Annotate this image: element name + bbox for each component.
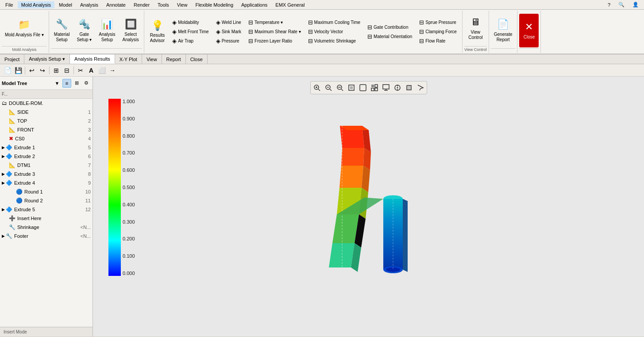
tree-item-cs0[interactable]: ✖ CS0 4 <box>0 134 93 143</box>
menu-annotate[interactable]: Annotate <box>103 1 129 8</box>
generate-report-button[interactable]: 📄 GenerateReport <box>491 14 516 47</box>
temperature-button[interactable]: ⊟Temperature ▾ <box>246 18 303 27</box>
reorient-button[interactable] <box>392 82 403 93</box>
menu-render[interactable]: Render <box>130 1 153 8</box>
box-button[interactable]: ⬜ <box>97 66 107 75</box>
named-views-button[interactable] <box>381 82 391 93</box>
frozen-layer-ratio-button[interactable]: ⊟Frozen Layer Ratio <box>246 37 303 46</box>
material-orientation-button[interactable]: ⊟Material Orientation <box>365 32 415 41</box>
pressure-button[interactable]: ◈Pressure <box>213 37 244 46</box>
text-button[interactable]: A <box>86 66 96 75</box>
menu-tools[interactable]: Tools <box>154 1 173 8</box>
flow-rate-button[interactable]: ⊟Flow Rate <box>416 37 459 46</box>
sprue-pressure-button[interactable]: ⊟Sprue Pressure <box>416 18 459 27</box>
tree-content[interactable]: 🗂 DOUBLE-ROM. 📐 SIDE 1 📐 TOP 2 📐 F <box>0 99 93 327</box>
grid-button[interactable]: ⊞ <box>51 66 61 75</box>
front-label: FRONT <box>17 127 86 132</box>
max-cooling-time-button[interactable]: ⊟Maximum Cooling Time <box>305 18 363 27</box>
tree-settings-btn[interactable]: ⚙ <box>82 79 91 88</box>
tab-view[interactable]: View <box>142 54 162 64</box>
svg-point-21 <box>397 87 398 89</box>
tree-item-footer[interactable]: ▶ 🔧 Footer <N... <box>0 232 93 240</box>
menu-mold-analysis[interactable]: Mold Analysis <box>18 1 54 8</box>
zoom-area-button[interactable] <box>323 82 334 93</box>
extrude2-expand[interactable]: ▶ <box>2 154 5 159</box>
gate-contribution-button[interactable]: ⊟Gate Contribution <box>365 23 415 31</box>
velocity-vector-button[interactable]: ⊟Velocity Vector <box>305 27 363 36</box>
tree-item-extrude3[interactable]: ▶ 🔷 Extrude 3 8 <box>0 170 93 178</box>
mold-analysis-file-button[interactable]: 📁 Mold Analysis File ▾ <box>2 12 47 45</box>
results-advisor-button[interactable]: 💡 ResultsAdvisor <box>147 15 168 49</box>
undo-button[interactable]: ↩ <box>27 66 37 75</box>
viewport[interactable]: 1.000 0.900 0.800 0.700 0.600 0.500 0.40… <box>93 77 644 337</box>
menu-analysis[interactable]: Analysis <box>77 1 102 8</box>
tree-item-shrinkage[interactable]: 🔧 Shrinkage <N... <box>0 223 93 232</box>
extrude3-expand[interactable]: ▶ <box>2 172 5 176</box>
redo-button[interactable]: ↪ <box>38 66 47 75</box>
tab-analysis-results[interactable]: Analysis Results <box>70 54 115 64</box>
sink-mark-button[interactable]: ◈Sink Mark <box>213 27 244 36</box>
maximum-shear-rate-button[interactable]: ⊟Maximum Shear Rate ▾ <box>246 27 303 36</box>
tab-report[interactable]: Report <box>162 54 186 64</box>
tab-project[interactable]: Project <box>0 54 24 64</box>
tree-item-insert-here[interactable]: ➕ Insert Here <box>0 214 93 223</box>
moldability-button[interactable]: ◈Moldability <box>170 18 211 27</box>
tree-item-extrude2[interactable]: ▶ 🔷 Extrude 2 6 <box>0 152 93 161</box>
menu-flexible-modeling[interactable]: Flexible Modeling <box>192 1 237 8</box>
tree-item-extrude5[interactable]: ▶ 🔷 Extrude 5 12 <box>0 205 93 214</box>
ribbon-group-mold-analysis-file: 📁 Mold Analysis File ▾ Mold Analysis <box>0 11 49 53</box>
tree-expand-btn[interactable]: ⊞ <box>72 79 81 88</box>
extrude4-expand[interactable]: ▶ <box>2 181 5 185</box>
extrude1-expand[interactable]: ▶ <box>2 145 5 150</box>
menu-user[interactable]: 👤 <box>629 1 642 8</box>
zoom-in-button[interactable] <box>312 82 322 93</box>
save-button[interactable]: 💾 <box>13 66 23 75</box>
extrude5-expand[interactable]: ▶ <box>2 207 5 212</box>
tree-item-extrude4[interactable]: ▶ 🔷 Extrude 4 9 <box>0 178 93 187</box>
svg-line-8 <box>341 89 343 91</box>
footer-expand[interactable]: ▶ <box>2 234 5 238</box>
tree-item-round2[interactable]: 🔵 Round 2 11 <box>0 196 93 205</box>
menu-view[interactable]: View <box>174 1 191 8</box>
material-setup-button[interactable]: 🔧 MaterialSetup <box>51 14 73 47</box>
tree-item-dtm1[interactable]: 📐 DTM1 7 <box>0 161 93 170</box>
menu-search[interactable]: 🔍 <box>615 1 628 8</box>
tree-item-root[interactable]: 🗂 DOUBLE-ROM. <box>0 99 93 108</box>
clamping-force-button[interactable]: ⊟Clamping Force <box>416 27 459 36</box>
select-items-button[interactable] <box>415 82 426 93</box>
tree-filter-btn[interactable]: ▼ <box>53 79 62 88</box>
fit-button[interactable] <box>346 82 357 93</box>
arrow-button[interactable]: → <box>108 66 117 75</box>
close-ribbon-button[interactable]: ✕ Close <box>519 14 539 47</box>
new-button[interactable]: 📄 <box>3 66 12 75</box>
tree-item-side[interactable]: 📐 SIDE 1 <box>0 108 93 116</box>
menu-applications[interactable]: Applications <box>238 1 271 8</box>
air-trap-button[interactable]: ◈Air Trap <box>170 37 211 46</box>
orient-button[interactable]: ⊟ <box>62 66 72 75</box>
gate-setup-button[interactable]: 🔩 GateSetup ▾ <box>73 14 95 47</box>
cut-button[interactable]: ✂ <box>76 66 85 75</box>
menu-file[interactable]: File <box>2 1 17 8</box>
analysis-setup-button[interactable]: 📊 AnalysisSetup <box>96 14 118 47</box>
tree-list-btn[interactable]: ≡ <box>62 79 71 88</box>
select-analysis-button[interactable]: 🔲 SelectAnalysis <box>120 14 142 47</box>
menu-model[interactable]: Model <box>55 1 76 8</box>
dtm1-num: 7 <box>88 163 91 168</box>
tree-item-front[interactable]: 📐 FRONT 3 <box>0 125 93 134</box>
weld-line-button[interactable]: ◈Weld Line <box>213 18 244 27</box>
pan-button[interactable] <box>358 82 368 93</box>
volumetric-shrinkage-button[interactable]: ⊟Volumetric Shrinkage <box>305 37 363 46</box>
menu-help[interactable]: ? <box>604 1 614 8</box>
rotate-button[interactable] <box>369 82 380 93</box>
repaint-button[interactable] <box>404 82 414 93</box>
tree-item-round1[interactable]: 🔵 Round 1 10 <box>0 187 93 196</box>
view-control-button[interactable]: 🖥 ViewControl <box>465 12 486 45</box>
melt-front-time-button[interactable]: ◈Melt Front Time <box>170 27 211 36</box>
menu-emx-general[interactable]: EMX General <box>272 1 308 8</box>
tree-item-top[interactable]: 📐 TOP 2 <box>0 116 93 125</box>
zoom-out-button[interactable] <box>335 82 345 93</box>
tab-analysis-setup[interactable]: Analysis Setup ▾ <box>24 54 70 64</box>
tree-item-extrude1[interactable]: ▶ 🔷 Extrude 1 5 <box>0 143 93 152</box>
tab-close[interactable]: Close <box>186 54 208 64</box>
tab-xy-plot[interactable]: X-Y Plot <box>115 54 142 64</box>
